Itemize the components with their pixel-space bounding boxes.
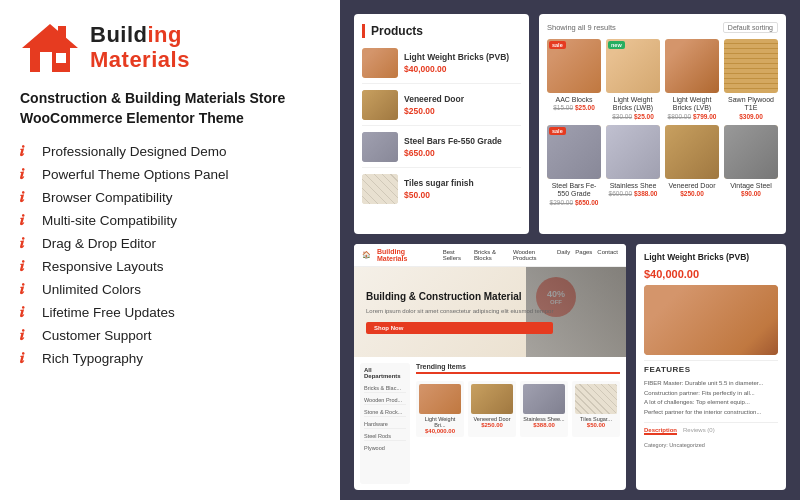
grid-product-img-vdoor: [665, 125, 719, 179]
feature-item: 𝒊 Browser Compatibility: [20, 188, 320, 206]
nav-item-wooden[interactable]: Wooden Products: [513, 249, 552, 261]
feature-item: 𝒊 Responsive Layouts: [20, 257, 320, 275]
store-screenshot: 🏠 Building Materials Best Sellers Bricks…: [354, 244, 626, 490]
products-card-title: Products: [362, 24, 521, 38]
store-prod-img-steel2: [523, 384, 565, 414]
shop-grid-header: Showing all 9 results Default sorting: [547, 22, 778, 33]
detail-features-list: FIBER Master: Durable unit 5.5 in diamet…: [644, 379, 778, 417]
nav-item-bricks[interactable]: Bricks & Blocks: [474, 249, 508, 261]
store-bottom: All Departments Bricks & Blac... Wooden …: [354, 357, 626, 490]
store-product-item: Veneered Door $250.00: [468, 381, 516, 437]
grid-product-item: Vintage Steel $90.00: [724, 125, 778, 206]
logo-line2: Materials: [90, 48, 190, 72]
hero-shop-btn[interactable]: Shop Now: [366, 322, 553, 334]
detail-features-title: FEATURES: [644, 360, 778, 374]
trending-title: Trending Items: [416, 363, 620, 374]
grid-product-img-lvb: [665, 39, 719, 93]
product-item: Steel Bars Fe-550 Grade $650.00: [362, 132, 521, 168]
store-logo: 🏠: [362, 251, 371, 259]
nav-item-contact[interactable]: Contact: [597, 249, 618, 261]
sidebar-item[interactable]: Stone & Rock...: [364, 408, 406, 417]
store-hero-text: Building & Construction Material Lorem i…: [366, 290, 553, 333]
nav-item-daily[interactable]: Daily: [557, 249, 570, 261]
grid-product-img-aac: sale: [547, 39, 601, 93]
grid-product-item: Sawn Plywood T1E $309.00: [724, 39, 778, 120]
feature-bullet: 𝒊: [20, 257, 34, 275]
feature-item: 𝒊 Professionally Designed Demo: [20, 142, 320, 160]
product-thumb-brick: [362, 48, 398, 78]
store-hero: Building & Construction Material Lorem i…: [354, 267, 626, 357]
left-panel: Building Materials Construction & Buildi…: [0, 0, 340, 500]
new-badge: new: [608, 41, 625, 49]
store-product-item: Stainless Shee... $388.00: [520, 381, 568, 437]
product-thumb-door: [362, 90, 398, 120]
feature-bullet: 𝒊: [20, 349, 34, 367]
bottom-row: 🏠 Building Materials Best Sellers Bricks…: [354, 244, 786, 490]
detail-product-image: [644, 285, 778, 355]
shop-grid-card: Showing all 9 results Default sorting sa…: [539, 14, 786, 234]
sidebar-item[interactable]: Plywood: [364, 444, 406, 452]
logo-area: Building Materials: [20, 20, 320, 75]
feature-bullet: 𝒊: [20, 165, 34, 183]
grid-product-img-steel: sale: [547, 125, 601, 179]
store-products-grid: Light Weight Bri... $40,000.00 Veneered …: [416, 381, 620, 437]
logo-text: Building Materials: [90, 23, 190, 71]
shop-products-grid: sale AAC Blocks $15.00 $25.00 new Light …: [547, 39, 778, 206]
store-sidebar: All Departments Bricks & Blac... Wooden …: [360, 363, 410, 484]
product-thumb-steel: [362, 132, 398, 162]
sidebar-item[interactable]: Bricks & Blac...: [364, 384, 406, 393]
svg-rect-2: [40, 52, 52, 72]
detail-product-price: $40,000.00: [644, 268, 778, 280]
store-header: 🏠 Building Materials Best Sellers Bricks…: [354, 244, 626, 267]
feature-item: 𝒊 Lifetime Free Updates: [20, 303, 320, 321]
product-info: Light Weight Bricks (PVB) $40,000.00: [404, 52, 521, 73]
sidebar-item[interactable]: Hardware: [364, 420, 406, 429]
grid-product-img-plywood: [724, 39, 778, 93]
grid-product-item: sale Steel Bars Fe-550 Grade $290.00 $65…: [547, 125, 601, 206]
detail-product-title: Light Weight Bricks (PVB): [644, 252, 778, 263]
grid-product-img-lwb: new: [606, 39, 660, 93]
logo-icon: [20, 20, 80, 75]
feature-bullet: 𝒊: [20, 234, 34, 252]
detail-category: Category: Uncategorized: [644, 442, 778, 448]
grid-product-item: Light Weight Bricks (LVB) $800.00 $799.0…: [665, 39, 719, 120]
sidebar-item[interactable]: Wooden Prod...: [364, 396, 406, 405]
theme-title: Construction & Building Materials Store …: [20, 89, 320, 128]
store-logo-text: Building Materials: [377, 248, 431, 262]
feature-bullet: 𝒊: [20, 303, 34, 321]
product-info: Steel Bars Fe-550 Grade $650.00: [404, 136, 521, 157]
right-panel: Products Light Weight Bricks (PVB) $40,0…: [340, 0, 800, 500]
feature-bullet: 𝒊: [20, 188, 34, 206]
feature-bullet: 𝒊: [20, 280, 34, 298]
store-nav: Best Sellers Bricks & Blocks Wooden Prod…: [443, 249, 618, 261]
nav-item-bestsellers[interactable]: Best Sellers: [443, 249, 469, 261]
store-product-item: Tiles Sugar... $50.00: [572, 381, 620, 437]
store-prod-img-brick: [419, 384, 461, 414]
store-prod-img-tiles2: [575, 384, 617, 414]
tab-description[interactable]: Description: [644, 427, 677, 435]
sidebar-item[interactable]: Steel Rods: [364, 432, 406, 441]
feature-item: 𝒊 Powerful Theme Options Panel: [20, 165, 320, 183]
grid-product-item: Stainless Shee $600.00 $388.00: [606, 125, 660, 206]
store-prod-img-door: [471, 384, 513, 414]
product-item: Light Weight Bricks (PVB) $40,000.00: [362, 48, 521, 84]
nav-item-pages[interactable]: Pages: [575, 249, 592, 261]
top-row: Products Light Weight Bricks (PVB) $40,0…: [354, 14, 786, 234]
feature-item: 𝒊 Unlimited Colors: [20, 280, 320, 298]
product-info: Tiles sugar finish $50.00: [404, 178, 521, 199]
feature-item: 𝒊 Rich Typography: [20, 349, 320, 367]
feature-item: 𝒊 Multi-site Compatibility: [20, 211, 320, 229]
hero-title: Building & Construction Material: [366, 290, 553, 303]
tab-reviews[interactable]: Reviews (0): [683, 427, 715, 435]
store-products-area: Trending Items Light Weight Bri... $40,0…: [416, 363, 620, 484]
product-item: Veneered Door $250.00: [362, 90, 521, 126]
svg-rect-1: [58, 26, 66, 40]
feature-bullet: 𝒊: [20, 211, 34, 229]
feature-item: 𝒊 Drag & Drop Editor: [20, 234, 320, 252]
svg-rect-3: [56, 53, 66, 63]
feature-bullet: 𝒊: [20, 326, 34, 344]
features-list: 𝒊 Professionally Designed Demo 𝒊 Powerfu…: [20, 142, 320, 367]
grid-product-img-vsteel: [724, 125, 778, 179]
grid-product-item: Veneered Door $250.00: [665, 125, 719, 206]
logo-line1: Building: [90, 23, 190, 47]
